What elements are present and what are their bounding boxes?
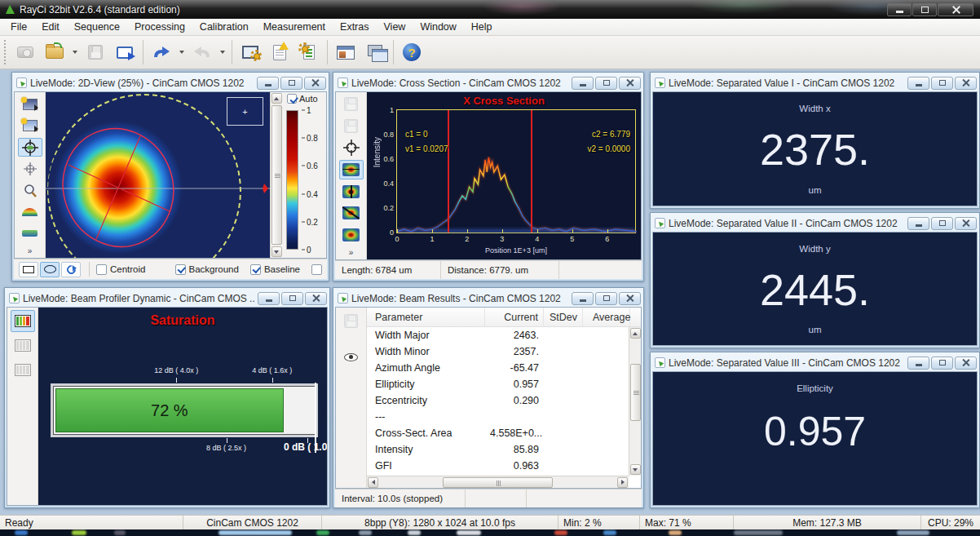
minimize-button[interactable]	[572, 292, 594, 305]
preferences-button[interactable]	[294, 38, 324, 66]
restore-button[interactable]	[280, 77, 302, 90]
free-cross-button[interactable]	[339, 225, 364, 245]
device-settings-button[interactable]	[236, 38, 265, 66]
active-task-button[interactable]	[219, 530, 292, 535]
cursor-line-1[interactable]	[448, 110, 449, 233]
menu-sequence[interactable]: Sequence	[67, 19, 127, 35]
close-button[interactable]	[304, 77, 326, 90]
close-button[interactable]	[955, 77, 977, 90]
close-button[interactable]	[305, 292, 327, 305]
centroid-checkbox[interactable]	[96, 264, 107, 275]
table-row[interactable]: ---	[367, 409, 641, 425]
main-minimize-button[interactable]	[887, 3, 912, 16]
taskbar-tray[interactable]	[897, 530, 929, 535]
menu-extras[interactable]: Extras	[333, 19, 376, 35]
save-image-button[interactable]	[339, 117, 364, 136]
background-checkbox[interactable]	[175, 264, 186, 275]
scroll-right-button[interactable]	[617, 477, 628, 488]
zoom-tool-button[interactable]	[18, 181, 42, 200]
scroll-thumb[interactable]	[271, 105, 282, 245]
minimize-button[interactable]	[907, 77, 929, 90]
watch-button[interactable]	[339, 346, 364, 368]
table-row[interactable]: Cross-Sect. Area4.558E+0...	[367, 425, 641, 441]
copy-image-button[interactable]	[18, 116, 42, 135]
axes-tool-button[interactable]	[18, 159, 42, 178]
help-button[interactable]: ?	[397, 38, 426, 66]
close-button[interactable]	[619, 292, 641, 305]
taskbar-icon[interactable]	[734, 530, 783, 535]
camera-button[interactable]	[11, 38, 40, 66]
column-parameter[interactable]: Parameter	[367, 308, 485, 326]
vertical-scrollbar[interactable]	[270, 92, 282, 258]
scroll-down-button[interactable]	[271, 246, 282, 257]
main-close-button[interactable]	[938, 3, 973, 16]
x-cross-button[interactable]	[339, 160, 364, 179]
undo-button[interactable]	[147, 38, 176, 66]
os-taskbar[interactable]	[0, 529, 980, 536]
y-cross-button[interactable]	[339, 182, 364, 202]
image-viewer-button[interactable]	[331, 38, 360, 66]
restore-button[interactable]	[931, 217, 953, 230]
save-button[interactable]	[81, 38, 110, 66]
saturation-view-button[interactable]	[11, 310, 35, 332]
crosshair-tool-button[interactable]	[18, 138, 42, 157]
column-stdev[interactable]: StDev	[544, 308, 583, 326]
table-row[interactable]: Azimuth Angle-65.47	[367, 360, 641, 376]
table-row[interactable]: Intensity85.89	[367, 441, 641, 458]
toolbar-grip[interactable]	[4, 40, 8, 64]
taskbar-icon[interactable]	[457, 530, 481, 535]
redo-button[interactable]	[188, 38, 217, 66]
restore-button[interactable]	[595, 77, 617, 90]
taskbar-icon[interactable]	[603, 530, 616, 535]
window-titlebar[interactable]: LiveMode: Separated Value I - CinCam CMO…	[652, 74, 978, 91]
roi-box[interactable]: +	[227, 97, 263, 126]
window-titlebar[interactable]: LiveMode: 2D-View (25%) - CinCam CMOS 12…	[14, 74, 327, 91]
cross-section-chart[interactable]: X Cross Section Intensity	[367, 92, 641, 259]
table-row[interactable]: Width Minor2357.	[367, 343, 641, 360]
menu-edit[interactable]: Edit	[34, 19, 67, 35]
more-tools-button[interactable]: »	[339, 247, 364, 258]
menu-measurement[interactable]: Measurement	[256, 19, 333, 35]
save-results-button[interactable]	[339, 310, 364, 332]
table-row[interactable]: GFI0.963	[367, 458, 641, 474]
palette-3d-button[interactable]	[18, 202, 42, 221]
table-row[interactable]: Eccentricity0.290	[367, 392, 641, 409]
table-row[interactable]: Width Major2463.	[367, 327, 641, 343]
minimize-button[interactable]	[258, 292, 280, 305]
report-button[interactable]	[265, 38, 294, 66]
scroll-thumb[interactable]	[443, 477, 553, 488]
main-restore-button[interactable]	[912, 3, 937, 16]
menu-view[interactable]: View	[377, 19, 413, 35]
minimize-button[interactable]	[907, 357, 929, 370]
palette-2d-button[interactable]	[18, 224, 42, 243]
results-vertical-scrollbar[interactable]	[629, 327, 641, 476]
taskbar-icon[interactable]	[316, 530, 329, 535]
table-header[interactable]: Parameter Current StDev Average	[367, 308, 641, 327]
dynamic-view-2-button[interactable]	[11, 334, 35, 357]
extra-checkbox[interactable]	[311, 264, 322, 275]
redo-dropdown-button[interactable]	[217, 38, 228, 66]
open-dropdown-button[interactable]	[69, 38, 81, 66]
close-button[interactable]	[955, 217, 977, 230]
more-tools-button[interactable]: »	[18, 246, 42, 256]
close-button[interactable]	[955, 357, 977, 370]
undo-dropdown-button[interactable]	[176, 38, 188, 66]
restore-button[interactable]	[281, 292, 303, 305]
scroll-up-button[interactable]	[630, 328, 641, 339]
start-orb-icon[interactable]	[15, 530, 28, 535]
scroll-down-button[interactable]	[630, 464, 641, 475]
taskbar-icon[interactable]	[408, 530, 421, 535]
column-current[interactable]: Current	[485, 308, 544, 326]
rect-region-button[interactable]	[19, 262, 38, 277]
ellipse-region-button[interactable]	[40, 262, 60, 277]
minimize-button[interactable]	[572, 77, 594, 90]
cascade-windows-button[interactable]	[360, 38, 390, 66]
window-titlebar[interactable]: LiveMode: Separated Value III - CinCam C…	[652, 354, 978, 371]
dynamic-view-3-button[interactable]	[11, 359, 35, 381]
save-data-button[interactable]	[339, 95, 364, 114]
restore-button[interactable]	[931, 357, 953, 370]
diagonal-cross-button[interactable]	[339, 204, 364, 224]
cursor-line-2[interactable]	[531, 110, 532, 233]
menu-calibration[interactable]: Calibration	[192, 19, 256, 35]
menu-help[interactable]: Help	[464, 19, 500, 35]
